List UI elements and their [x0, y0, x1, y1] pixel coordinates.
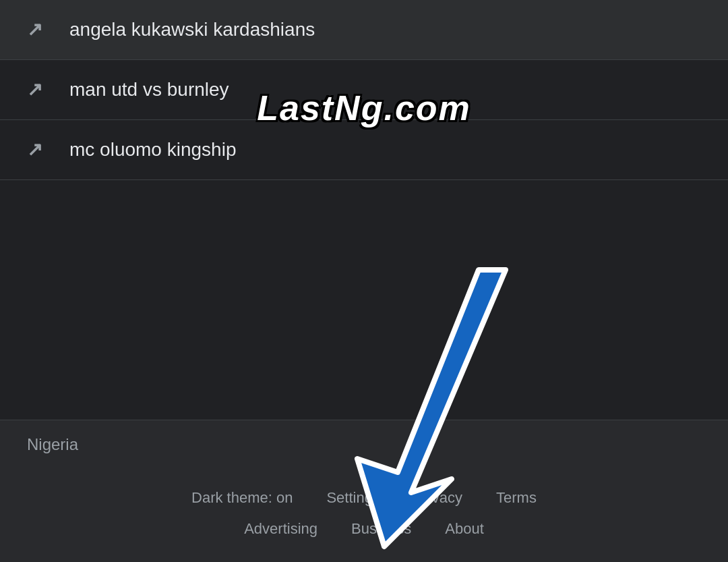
trending-list: ↗ angela kukawski kardashians ↗ man utd … — [0, 0, 728, 420]
terms-link[interactable]: Terms — [496, 489, 537, 507]
trending-item-1[interactable]: ↗ angela kukawski kardashians — [0, 0, 728, 60]
advertising-link[interactable]: Advertising — [244, 520, 317, 538]
watermark: LastNg.com — [257, 88, 471, 128]
main-container: ↗ angela kukawski kardashians ↗ man utd … — [0, 0, 728, 562]
footer: Dark theme: on Settings Privacy Terms Ad… — [0, 469, 728, 562]
business-link[interactable]: Business — [351, 520, 411, 538]
dark-theme-link[interactable]: Dark theme: on — [191, 489, 293, 507]
trending-text-1: angela kukawski kardashians — [69, 19, 315, 40]
footer-row-1: Dark theme: on Settings Privacy Terms — [191, 489, 537, 507]
settings-link[interactable]: Settings — [326, 489, 380, 507]
trending-text-2: man utd vs burnley — [69, 79, 229, 101]
trending-icon-1: ↗ — [27, 20, 42, 39]
region-label: Nigeria — [27, 435, 78, 453]
trending-text-3: mc oluomo kingship — [69, 139, 236, 161]
footer-row-2: Advertising Business About — [244, 520, 484, 538]
privacy-link[interactable]: Privacy — [414, 489, 462, 507]
trending-icon-3: ↗ — [27, 140, 42, 159]
region-bar: Nigeria — [0, 420, 728, 469]
trending-item-3[interactable]: ↗ mc oluomo kingship — [0, 120, 728, 180]
about-link[interactable]: About — [445, 520, 484, 538]
trending-icon-2: ↗ — [27, 80, 42, 99]
